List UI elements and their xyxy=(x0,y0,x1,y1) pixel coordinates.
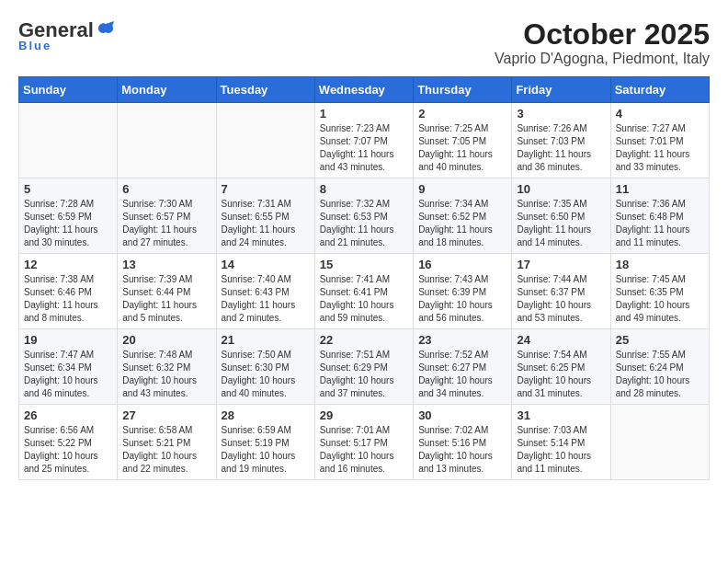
day-number: 7 xyxy=(222,182,310,196)
day-number: 3 xyxy=(517,107,605,121)
page-header: General Blue October 2025 Vaprio D'Agogn… xyxy=(18,18,710,67)
day-info: Sunrise: 7:34 AM Sunset: 6:52 PM Dayligh… xyxy=(418,198,506,249)
day-number: 12 xyxy=(24,258,112,271)
calendar-day-cell: 18Sunrise: 7:45 AM Sunset: 6:35 PM Dayli… xyxy=(610,254,709,329)
day-info: Sunrise: 6:56 AM Sunset: 5:22 PM Dayligh… xyxy=(24,424,112,476)
calendar-title: October 2025 xyxy=(495,18,710,51)
calendar-day-cell xyxy=(19,103,118,178)
calendar-day-cell: 2Sunrise: 7:25 AM Sunset: 7:05 PM Daylig… xyxy=(414,103,512,178)
day-info: Sunrise: 7:02 AM Sunset: 5:16 PM Dayligh… xyxy=(418,424,506,476)
day-info: Sunrise: 7:40 AM Sunset: 6:43 PM Dayligh… xyxy=(222,273,310,325)
calendar-day-cell: 7Sunrise: 7:31 AM Sunset: 6:55 PM Daylig… xyxy=(216,178,314,254)
calendar-day-cell: 16Sunrise: 7:43 AM Sunset: 6:39 PM Dayli… xyxy=(414,254,512,329)
calendar-week-row: 26Sunrise: 6:56 AM Sunset: 5:22 PM Dayli… xyxy=(19,405,710,480)
day-number: 8 xyxy=(320,182,408,196)
day-number: 13 xyxy=(122,258,210,271)
calendar-day-cell: 15Sunrise: 7:41 AM Sunset: 6:41 PM Dayli… xyxy=(314,254,413,329)
day-number: 30 xyxy=(418,408,506,422)
day-number: 5 xyxy=(24,182,112,196)
day-number: 11 xyxy=(616,182,704,196)
title-block: October 2025 Vaprio D'Agogna, Piedmont, … xyxy=(495,18,710,67)
day-number: 24 xyxy=(517,333,605,347)
day-info: Sunrise: 7:52 AM Sunset: 6:27 PM Dayligh… xyxy=(418,349,506,400)
calendar-header-row: SundayMondayTuesdayWednesdayThursdayFrid… xyxy=(19,77,710,103)
day-number: 18 xyxy=(616,258,704,271)
day-number: 2 xyxy=(418,107,506,121)
day-info: Sunrise: 6:58 AM Sunset: 5:21 PM Dayligh… xyxy=(122,424,210,476)
header-sunday: Sunday xyxy=(19,77,118,103)
calendar-table: SundayMondayTuesdayWednesdayThursdayFrid… xyxy=(18,76,710,480)
calendar-day-cell: 17Sunrise: 7:44 AM Sunset: 6:37 PM Dayli… xyxy=(512,254,610,329)
header-thursday: Thursday xyxy=(414,77,512,103)
day-info: Sunrise: 7:36 AM Sunset: 6:48 PM Dayligh… xyxy=(616,198,704,249)
calendar-day-cell: 27Sunrise: 6:58 AM Sunset: 5:21 PM Dayli… xyxy=(118,405,216,480)
day-number: 20 xyxy=(122,333,210,347)
calendar-day-cell: 5Sunrise: 7:28 AM Sunset: 6:59 PM Daylig… xyxy=(19,178,118,254)
day-number: 14 xyxy=(222,258,310,271)
day-info: Sunrise: 7:35 AM Sunset: 6:50 PM Dayligh… xyxy=(517,198,605,249)
day-number: 16 xyxy=(418,258,506,271)
day-info: Sunrise: 7:32 AM Sunset: 6:53 PM Dayligh… xyxy=(320,198,408,249)
day-info: Sunrise: 7:44 AM Sunset: 6:37 PM Dayligh… xyxy=(517,273,605,325)
day-info: Sunrise: 7:45 AM Sunset: 6:35 PM Dayligh… xyxy=(616,273,704,325)
calendar-day-cell: 22Sunrise: 7:51 AM Sunset: 6:29 PM Dayli… xyxy=(314,329,413,405)
logo: General Blue xyxy=(18,18,116,52)
day-info: Sunrise: 7:39 AM Sunset: 6:44 PM Dayligh… xyxy=(122,273,210,325)
calendar-day-cell: 6Sunrise: 7:30 AM Sunset: 6:57 PM Daylig… xyxy=(118,178,216,254)
day-info: Sunrise: 7:27 AM Sunset: 7:01 PM Dayligh… xyxy=(616,122,704,174)
calendar-day-cell: 31Sunrise: 7:03 AM Sunset: 5:14 PM Dayli… xyxy=(512,405,610,480)
calendar-day-cell: 8Sunrise: 7:32 AM Sunset: 6:53 PM Daylig… xyxy=(314,178,413,254)
calendar-day-cell: 9Sunrise: 7:34 AM Sunset: 6:52 PM Daylig… xyxy=(414,178,512,254)
calendar-subtitle: Vaprio D'Agogna, Piedmont, Italy xyxy=(495,51,710,67)
day-info: Sunrise: 7:23 AM Sunset: 7:07 PM Dayligh… xyxy=(320,122,408,174)
day-info: Sunrise: 7:54 AM Sunset: 6:25 PM Dayligh… xyxy=(517,349,605,400)
day-number: 21 xyxy=(222,333,310,347)
day-number: 25 xyxy=(616,333,704,347)
day-info: Sunrise: 7:31 AM Sunset: 6:55 PM Dayligh… xyxy=(222,198,310,249)
day-info: Sunrise: 7:25 AM Sunset: 7:05 PM Dayligh… xyxy=(418,122,506,174)
calendar-day-cell: 26Sunrise: 6:56 AM Sunset: 5:22 PM Dayli… xyxy=(19,405,118,480)
day-number: 22 xyxy=(320,333,408,347)
calendar-day-cell: 28Sunrise: 6:59 AM Sunset: 5:19 PM Dayli… xyxy=(216,405,314,480)
header-saturday: Saturday xyxy=(610,77,709,103)
calendar-day-cell: 30Sunrise: 7:02 AM Sunset: 5:16 PM Dayli… xyxy=(414,405,512,480)
calendar-day-cell: 4Sunrise: 7:27 AM Sunset: 7:01 PM Daylig… xyxy=(610,103,709,178)
calendar-day-cell: 23Sunrise: 7:52 AM Sunset: 6:27 PM Dayli… xyxy=(414,329,512,405)
header-tuesday: Tuesday xyxy=(216,77,314,103)
calendar-day-cell: 29Sunrise: 7:01 AM Sunset: 5:17 PM Dayli… xyxy=(314,405,413,480)
calendar-day-cell: 13Sunrise: 7:39 AM Sunset: 6:44 PM Dayli… xyxy=(118,254,216,329)
calendar-day-cell: 14Sunrise: 7:40 AM Sunset: 6:43 PM Dayli… xyxy=(216,254,314,329)
day-number: 4 xyxy=(616,107,704,121)
day-info: Sunrise: 7:28 AM Sunset: 6:59 PM Dayligh… xyxy=(24,198,112,249)
day-number: 23 xyxy=(418,333,506,347)
calendar-day-cell xyxy=(610,405,709,480)
day-number: 27 xyxy=(122,408,210,422)
calendar-day-cell: 12Sunrise: 7:38 AM Sunset: 6:46 PM Dayli… xyxy=(19,254,118,329)
day-number: 1 xyxy=(320,107,408,121)
day-info: Sunrise: 7:55 AM Sunset: 6:24 PM Dayligh… xyxy=(616,349,704,400)
calendar-day-cell: 1Sunrise: 7:23 AM Sunset: 7:07 PM Daylig… xyxy=(314,103,413,178)
day-info: Sunrise: 6:59 AM Sunset: 5:19 PM Dayligh… xyxy=(222,424,310,476)
calendar-week-row: 19Sunrise: 7:47 AM Sunset: 6:34 PM Dayli… xyxy=(19,329,710,405)
calendar-day-cell: 21Sunrise: 7:50 AM Sunset: 6:30 PM Dayli… xyxy=(216,329,314,405)
day-number: 29 xyxy=(320,408,408,422)
day-info: Sunrise: 7:03 AM Sunset: 5:14 PM Dayligh… xyxy=(517,424,605,476)
day-number: 15 xyxy=(320,258,408,271)
calendar-week-row: 5Sunrise: 7:28 AM Sunset: 6:59 PM Daylig… xyxy=(19,178,710,254)
calendar-day-cell: 25Sunrise: 7:55 AM Sunset: 6:24 PM Dayli… xyxy=(610,329,709,405)
day-number: 19 xyxy=(24,333,112,347)
day-info: Sunrise: 7:26 AM Sunset: 7:03 PM Dayligh… xyxy=(517,122,605,174)
header-wednesday: Wednesday xyxy=(314,77,413,103)
day-info: Sunrise: 7:51 AM Sunset: 6:29 PM Dayligh… xyxy=(320,349,408,400)
day-info: Sunrise: 7:01 AM Sunset: 5:17 PM Dayligh… xyxy=(320,424,408,476)
calendar-day-cell xyxy=(216,103,314,178)
logo-bird-icon xyxy=(96,20,116,40)
calendar-day-cell: 19Sunrise: 7:47 AM Sunset: 6:34 PM Dayli… xyxy=(19,329,118,405)
calendar-day-cell: 3Sunrise: 7:26 AM Sunset: 7:03 PM Daylig… xyxy=(512,103,610,178)
day-info: Sunrise: 7:48 AM Sunset: 6:32 PM Dayligh… xyxy=(122,349,210,400)
calendar-week-row: 12Sunrise: 7:38 AM Sunset: 6:46 PM Dayli… xyxy=(19,254,710,329)
calendar-day-cell: 24Sunrise: 7:54 AM Sunset: 6:25 PM Dayli… xyxy=(512,329,610,405)
day-info: Sunrise: 7:50 AM Sunset: 6:30 PM Dayligh… xyxy=(222,349,310,400)
day-info: Sunrise: 7:43 AM Sunset: 6:39 PM Dayligh… xyxy=(418,273,506,325)
logo-blue-text: Blue xyxy=(18,39,51,52)
